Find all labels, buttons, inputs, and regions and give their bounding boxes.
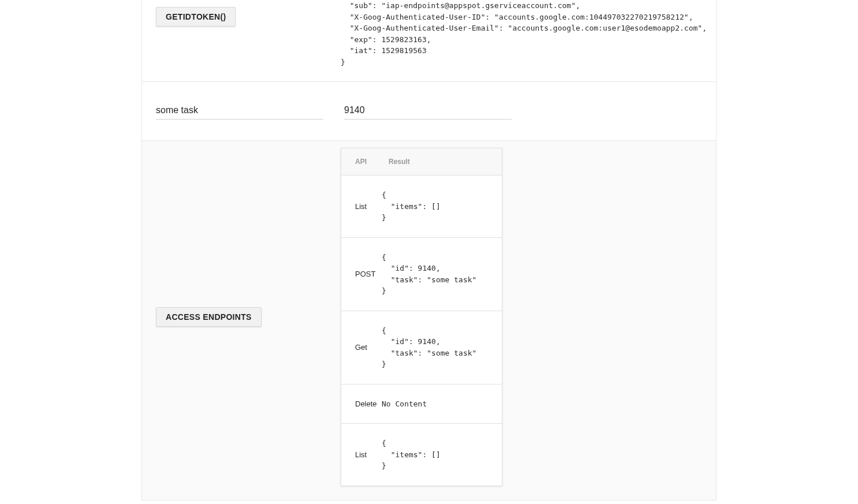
token-button-col: GetIdToken() (156, 0, 341, 68)
table-row: List{ "items": [] } (341, 176, 502, 238)
api-cell: Delete (341, 386, 382, 422)
result-cell: { "id": 9140, "task": "some task" } (382, 238, 502, 311)
table-header-result: Result (382, 148, 502, 175)
table-row: POST{ "id": 9140, "task": "some task" } (341, 238, 502, 311)
api-cell: List (341, 436, 382, 473)
result-cell: { "items": [] } (382, 176, 502, 237)
result-cell: { "items": [] } (382, 424, 502, 486)
result-code: No Content (382, 398, 495, 410)
endpoints-button-col: Access Endpoints (156, 148, 341, 486)
table-body: List{ "items": [] }POST{ "id": 9140, "ta… (341, 176, 502, 486)
api-cell: List (341, 188, 382, 225)
result-cell: { "id": 9140, "task": "some task" } (382, 311, 502, 384)
result-code: { "items": [] } (382, 189, 495, 223)
get-id-token-button[interactable]: GetIdToken() (156, 7, 236, 27)
token-code-block: "sub": "iap-endpoints@appspot.gserviceac… (341, 0, 707, 68)
token-section: GetIdToken() "sub": "iap-endpoints@appsp… (142, 0, 716, 82)
result-code: { "items": [] } (382, 438, 495, 472)
main-card: GetIdToken() "sub": "iap-endpoints@appsp… (141, 0, 717, 501)
table-row: Get{ "id": 9140, "task": "some task" } (341, 311, 502, 384)
inputs-section (142, 82, 716, 141)
table-row: DeleteNo Content (341, 384, 502, 424)
task-input[interactable] (156, 103, 323, 120)
endpoints-section: Access Endpoints API Result List{ "items… (142, 141, 716, 500)
api-cell: POST (341, 256, 382, 292)
table-header-api: API (341, 148, 382, 175)
result-cell: No Content (382, 384, 502, 424)
results-table: API Result List{ "items": [] }POST{ "id"… (341, 148, 502, 486)
id-input[interactable] (344, 103, 512, 120)
table-row: List{ "items": [] } (341, 424, 502, 486)
token-code-col: "sub": "iap-endpoints@appspot.gserviceac… (341, 0, 707, 68)
api-cell: Get (341, 329, 382, 365)
table-header: API Result (341, 148, 502, 176)
result-code: { "id": 9140, "task": "some task" } (382, 252, 495, 297)
endpoints-table-col: API Result List{ "items": [] }POST{ "id"… (341, 148, 702, 486)
result-code: { "id": 9140, "task": "some task" } (382, 325, 495, 370)
access-endpoints-button[interactable]: Access Endpoints (156, 307, 262, 327)
